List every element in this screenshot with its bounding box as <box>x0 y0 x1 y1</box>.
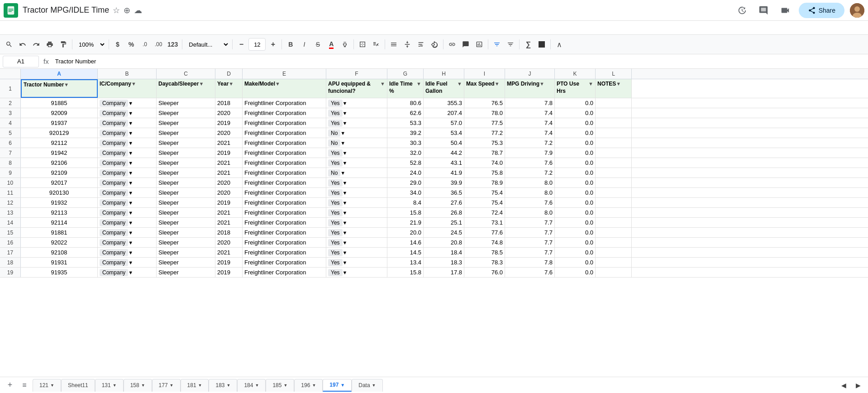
cell-B14[interactable]: Company ▼ <box>98 218 157 227</box>
cell-E13[interactable]: Freightliner Corporation <box>243 208 326 217</box>
cell-D6[interactable]: 2021 <box>215 138 243 148</box>
cell-I16[interactable]: 74.8 <box>464 238 505 247</box>
cell-K7[interactable]: 0.0 <box>555 148 596 158</box>
row-num[interactable]: 14 <box>0 218 21 227</box>
bold-btn[interactable]: B <box>284 38 297 51</box>
cell-D17[interactable]: 2021 <box>215 248 243 257</box>
sheet-tab-197[interactable]: 197 ▼ <box>323 379 352 392</box>
cell-H3[interactable]: 207.4 <box>424 108 464 118</box>
cell-F8[interactable]: Yes ▼ <box>326 158 387 168</box>
cell-H8[interactable]: 43.1 <box>424 158 464 168</box>
sheet-tab-data[interactable]: Data ▼ <box>352 379 382 392</box>
highlight-btn[interactable] <box>339 38 351 51</box>
cell-F17[interactable]: Yes ▼ <box>326 248 387 257</box>
cell-I19[interactable]: 76.0 <box>464 268 505 277</box>
cell-G19[interactable]: 15.8 <box>387 268 424 277</box>
cell-E6[interactable]: Freightliner Corporation <box>243 138 326 148</box>
cell-B9[interactable]: Company ▼ <box>98 168 157 177</box>
cell-I8[interactable]: 74.0 <box>464 158 505 168</box>
cell-E16[interactable]: Freightliner Corporation <box>243 238 326 247</box>
cell-F18[interactable]: Yes ▼ <box>326 258 387 267</box>
cell-L15[interactable] <box>596 228 632 237</box>
cell-A18[interactable]: 91931 <box>21 258 98 267</box>
cell-H13[interactable]: 26.8 <box>424 208 464 217</box>
cell-D11[interactable]: 2020 <box>215 188 243 197</box>
cell-E12[interactable]: Freightliner Corporation <box>243 198 326 207</box>
row-num[interactable]: 5 <box>0 128 21 138</box>
col-header-B[interactable]: B <box>98 69 157 79</box>
cell-D4[interactable]: 2019 <box>215 118 243 128</box>
row-num[interactable]: 8 <box>0 158 21 168</box>
cell-K15[interactable]: 0.0 <box>555 228 596 237</box>
cell-L9[interactable] <box>596 168 632 177</box>
cell-L11[interactable] <box>596 188 632 197</box>
align-btn[interactable] <box>387 38 400 51</box>
cell-H4[interactable]: 57.0 <box>424 118 464 128</box>
cell-C9[interactable]: Sleeper <box>157 168 215 177</box>
font-size-decrease-btn[interactable]: − <box>235 38 248 51</box>
menu-file[interactable] <box>32 26 41 29</box>
row-num[interactable]: 9 <box>0 168 21 177</box>
cell-J7[interactable]: 7.9 <box>505 148 555 158</box>
cell-I1[interactable]: Max Speed ▼ <box>464 79 505 98</box>
cell-A15[interactable]: 91881 <box>21 228 98 237</box>
cell-B2[interactable]: Company ▼ <box>98 98 157 108</box>
cell-E5[interactable]: Freightliner Corporation <box>243 128 326 138</box>
rotate-btn[interactable] <box>428 38 441 51</box>
cell-F14[interactable]: Yes ▼ <box>326 218 387 227</box>
cell-J13[interactable]: 8.0 <box>505 208 555 217</box>
menu-view[interactable] <box>50 26 59 29</box>
cell-B17[interactable]: Company ▼ <box>98 248 157 257</box>
cell-J3[interactable]: 7.4 <box>505 108 555 118</box>
cell-E15[interactable]: Freightliner Corporation <box>243 228 326 237</box>
col-header-E[interactable]: E <box>243 69 326 79</box>
cell-C6[interactable]: Sleeper <box>157 138 215 148</box>
cell-C1[interactable]: Daycab/Sleeper ▼ <box>157 79 215 98</box>
cell-G8[interactable]: 52.8 <box>387 158 424 168</box>
cell-E9[interactable]: Freightliner Corporation <box>243 168 326 177</box>
cell-L17[interactable] <box>596 248 632 257</box>
cell-A9[interactable]: 92109 <box>21 168 98 177</box>
cell-B1[interactable]: IC/Company ▼ <box>98 79 157 98</box>
row-num-1[interactable]: 1 <box>0 79 21 98</box>
cell-I11[interactable]: 75.4 <box>464 188 505 197</box>
menu-help[interactable] <box>104 26 113 29</box>
cell-L13[interactable] <box>596 208 632 217</box>
row-num[interactable]: 17 <box>0 248 21 257</box>
sheet-tab-181[interactable]: 181 ▼ <box>181 379 209 392</box>
cell-K16[interactable]: 0.0 <box>555 238 596 247</box>
cell-B16[interactable]: Company ▼ <box>98 238 157 247</box>
user-avatar[interactable] <box>850 3 864 18</box>
cell-D16[interactable]: 2020 <box>215 238 243 247</box>
cell-B10[interactable]: Company ▼ <box>98 178 157 187</box>
cell-J19[interactable]: 7.6 <box>505 268 555 277</box>
cell-H5[interactable]: 53.4 <box>424 128 464 138</box>
cell-B3[interactable]: Company ▼ <box>98 108 157 118</box>
cell-C12[interactable]: Sleeper <box>157 198 215 207</box>
cell-L16[interactable] <box>596 238 632 247</box>
scroll-left-btn[interactable]: ◀ <box>837 379 850 392</box>
formula-input[interactable] <box>53 56 865 67</box>
cell-C16[interactable]: Sleeper <box>157 238 215 247</box>
col-header-J[interactable]: J <box>505 69 555 79</box>
decimal-up-btn[interactable]: .00 <box>152 38 165 51</box>
row-num[interactable]: 12 <box>0 198 21 207</box>
link-btn[interactable] <box>446 38 458 51</box>
menu-data[interactable] <box>77 26 86 29</box>
cell-E14[interactable]: Freightliner Corporation <box>243 218 326 227</box>
cell-E4[interactable]: Freightliner Corporation <box>243 118 326 128</box>
cell-J2[interactable]: 7.8 <box>505 98 555 108</box>
sheet-tab-177[interactable]: 177 ▼ <box>152 379 181 392</box>
undo-btn[interactable] <box>16 38 29 51</box>
cell-L14[interactable] <box>596 218 632 227</box>
cell-E2[interactable]: Freightliner Corporation <box>243 98 326 108</box>
cell-H2[interactable]: 355.3 <box>424 98 464 108</box>
scroll-right-btn[interactable]: ▶ <box>852 379 864 392</box>
row-num[interactable]: 18 <box>0 258 21 267</box>
cell-A4[interactable]: 91937 <box>21 118 98 128</box>
text-color-btn[interactable]: A <box>325 38 338 51</box>
cell-E8[interactable]: Freightliner Corporation <box>243 158 326 168</box>
cell-I18[interactable]: 78.3 <box>464 258 505 267</box>
cell-I14[interactable]: 73.1 <box>464 218 505 227</box>
row-num[interactable]: 19 <box>0 268 21 277</box>
